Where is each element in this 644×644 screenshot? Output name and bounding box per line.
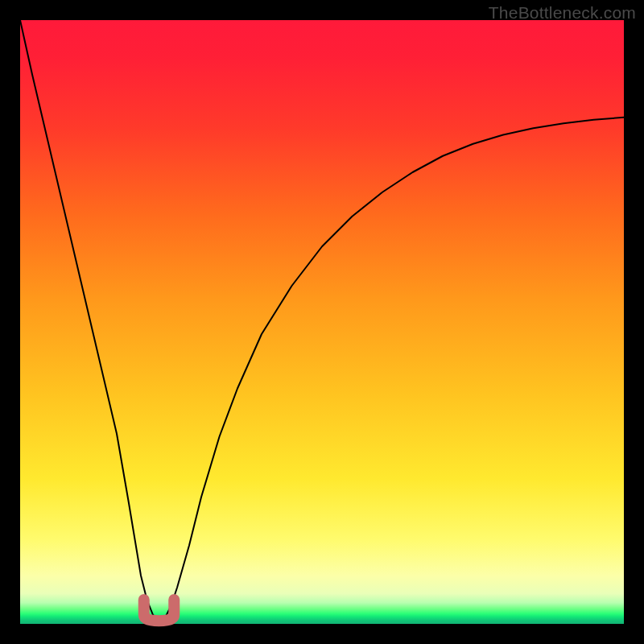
min-marker xyxy=(144,600,175,621)
curve-layer xyxy=(20,20,624,624)
chart-frame: TheBottleneck.com xyxy=(0,0,644,644)
bottleneck-curve xyxy=(20,20,624,621)
watermark-text: TheBottleneck.com xyxy=(489,3,636,23)
